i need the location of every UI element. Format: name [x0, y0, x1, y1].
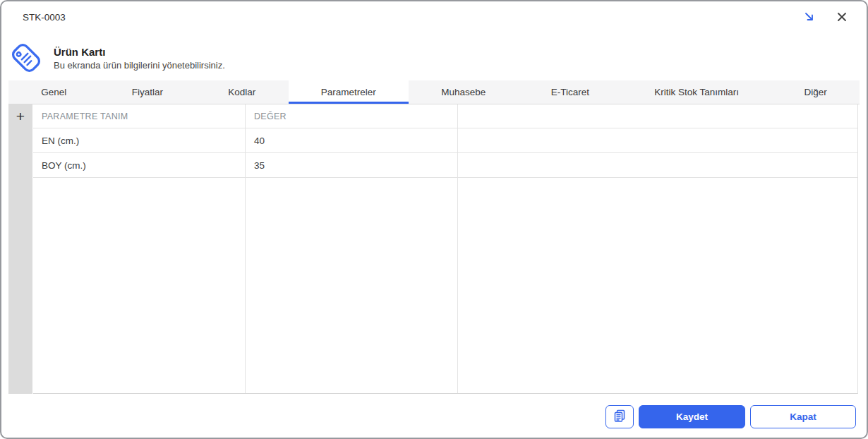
tab-bar: Genel Fiyatlar Kodlar Parametreler Muhas… [8, 80, 860, 104]
page-subtitle: Bu ekranda ürün bilgilerini yönetebilirs… [54, 60, 225, 71]
window-title: STK-0003 [23, 12, 66, 23]
tab-e-ticaret[interactable]: E-Ticaret [518, 80, 622, 104]
card-header-text: Ürün Kartı Bu ekranda ürün bilgilerini y… [54, 46, 225, 71]
card-header: Ürün Kartı Bu ekranda ürün bilgilerini y… [8, 40, 225, 76]
tab-diger[interactable]: Diğer [771, 80, 860, 104]
tab-genel[interactable]: Genel [8, 80, 99, 104]
popout-button[interactable] [802, 10, 817, 25]
tab-parametreler[interactable]: Parametreler [289, 80, 409, 104]
window-actions [802, 10, 850, 25]
column-header-parametre-tanim: PARAMETRE TANIM [33, 104, 246, 128]
close-dialog-button[interactable]: Kapat [750, 405, 856, 428]
close-button[interactable] [834, 10, 850, 25]
table-cell-param-name[interactable]: EN (cm.) [33, 128, 246, 153]
tab-fiyatlar[interactable]: Fiyatlar [99, 80, 195, 104]
table-cell-param-value[interactable]: 40 [246, 128, 458, 153]
tab-kritik-stok-tanimlari[interactable]: Kritik Stok Tanımları [622, 80, 771, 104]
table-filler [458, 178, 857, 393]
add-row-button[interactable]: + [8, 104, 32, 128]
column-header-empty [458, 104, 857, 128]
row-tools-strip: + [8, 104, 32, 394]
table-cell-empty[interactable] [458, 128, 857, 153]
footer-actions: Kaydet Kapat [605, 405, 856, 428]
table-cell-empty[interactable] [458, 153, 857, 178]
table-filler [33, 178, 246, 393]
table-cell-param-name[interactable]: BOY (cm.) [33, 153, 246, 178]
product-card-dialog: STK-0003 [0, 0, 868, 439]
tab-kodlar[interactable]: Kodlar [195, 80, 288, 104]
parameters-table: PARAMETRE TANIM DEĞER EN (cm.) 40 BOY (c… [33, 104, 858, 394]
table-cell-param-value[interactable]: 35 [246, 153, 458, 178]
copy-button[interactable] [605, 405, 634, 428]
diagonal-arrow-icon [803, 11, 816, 25]
column-header-deger: DEĞER [246, 104, 458, 128]
tag-icon [8, 40, 44, 76]
close-icon [836, 11, 848, 25]
page-title: Ürün Kartı [54, 46, 225, 58]
table-filler [246, 178, 458, 393]
copy-document-icon [613, 409, 627, 425]
tab-muhasebe[interactable]: Muhasebe [409, 80, 518, 104]
save-button[interactable]: Kaydet [639, 405, 745, 428]
